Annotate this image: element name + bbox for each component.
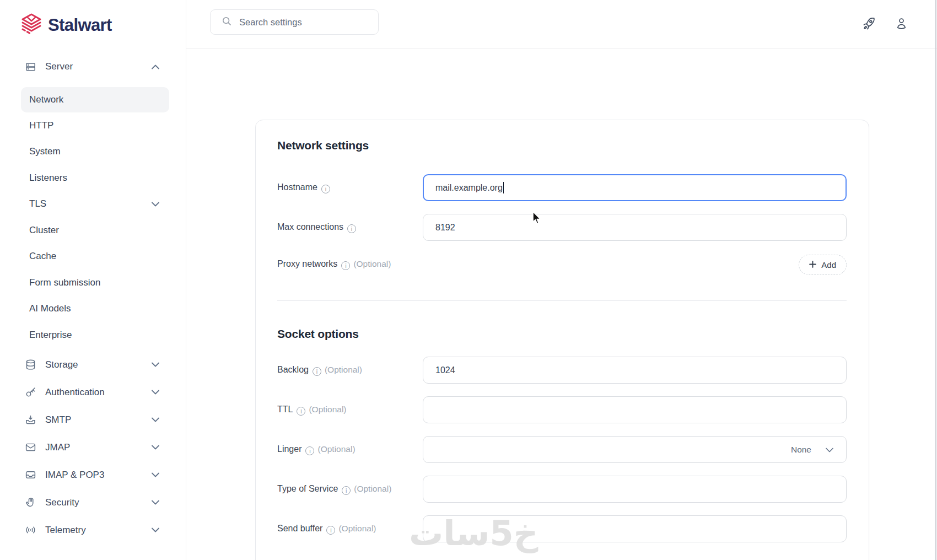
sidebar-item-storage[interactable]: Storage (0, 351, 186, 379)
key-icon (25, 386, 36, 398)
max-connections-label: Max connectionsi (277, 222, 423, 233)
section-title-socket-options: Socket options (277, 327, 847, 341)
sidebar-item-label: JMAP (45, 442, 152, 453)
sidebar-item-label: HTTP (29, 120, 159, 131)
sidebar-item-label: TLS (29, 198, 152, 209)
sidebar-item-http[interactable]: HTTP (0, 112, 186, 139)
chevron-down-icon (152, 362, 159, 367)
info-icon[interactable]: i (342, 486, 351, 495)
info-icon[interactable]: i (347, 224, 356, 233)
sidebar-item-smtp[interactable]: SMTP (0, 406, 186, 434)
proxy-networks-row: Proxy networksi(Optional) Add (277, 254, 847, 276)
sidebar-item-imap-pop3[interactable]: IMAP & POP3 (0, 461, 186, 489)
sidebar-item-tls[interactable]: TLS (0, 191, 186, 218)
max-connections-row: Max connectionsi 8192 (277, 214, 847, 241)
backlog-input[interactable]: 1024 (423, 357, 847, 384)
database-icon (25, 359, 36, 370)
sidebar-item-enterprise[interactable]: Enterprise (0, 322, 186, 348)
send-buffer-input[interactable] (423, 515, 847, 542)
text-caret (503, 182, 504, 193)
sidebar-item-label: Cluster (29, 225, 159, 236)
user-icon (895, 17, 908, 32)
rocket-icon (861, 17, 876, 33)
add-proxy-network-button[interactable]: Add (799, 255, 847, 275)
linger-unit-select[interactable]: None (791, 436, 847, 463)
info-icon[interactable]: i (341, 261, 350, 270)
sidebar: Stalwart Server Network (0, 0, 186, 560)
sidebar-item-form-submission[interactable]: Form submission (0, 270, 186, 296)
sidebar-item-telemetry[interactable]: Telemetry (0, 516, 186, 544)
hand-raised-icon (25, 497, 36, 508)
server-stack-icon (25, 61, 36, 73)
sidebar-item-label: Security (45, 497, 152, 508)
sidebar-item-cache[interactable]: Cache (0, 244, 186, 270)
send-buffer-row: Send bufferi(Optional) (277, 515, 847, 542)
account-button[interactable] (895, 17, 908, 32)
chevron-down-icon (152, 390, 159, 395)
app-window: Stalwart Server Network (0, 0, 937, 560)
inbox-arrow-down-icon (25, 414, 36, 426)
sidebar-item-label: System (29, 146, 159, 157)
type-of-service-label: Type of Servicei(Optional) (277, 484, 423, 495)
chevron-down-icon (826, 445, 833, 455)
sidebar-item-listeners[interactable]: Listeners (0, 165, 186, 191)
proxy-networks-label: Proxy networksi(Optional) (277, 259, 397, 270)
max-connections-input[interactable]: 8192 (423, 214, 847, 241)
sidebar-item-network[interactable]: Network (21, 87, 169, 112)
send-buffer-label: Send bufferi(Optional) (277, 524, 423, 535)
info-icon[interactable]: i (305, 446, 314, 455)
linger-row: Lingeri(Optional) None (277, 436, 847, 463)
brand-name: Stalwart (48, 15, 112, 35)
sidebar-nav: Server Network HTTP System Listeners TLS (0, 53, 186, 544)
type-of-service-row: Type of Servicei(Optional) (277, 476, 847, 503)
chevron-down-icon (152, 202, 159, 207)
sidebar-item-server[interactable]: Server (0, 53, 186, 80)
sidebar-item-ai-models[interactable]: AI Models (0, 296, 186, 322)
hostname-row: Hostnamei mail.example.org (277, 174, 847, 201)
sidebar-item-jmap[interactable]: JMAP (0, 434, 186, 461)
top-bar (186, 0, 937, 49)
search-icon (222, 16, 232, 29)
chevron-down-icon (152, 527, 159, 532)
linger-label: Lingeri(Optional) (277, 444, 423, 455)
settings-search[interactable] (210, 9, 379, 35)
info-icon[interactable]: i (326, 526, 335, 535)
chevron-down-icon (152, 472, 159, 477)
section-divider (277, 300, 847, 301)
brand-logo[interactable]: Stalwart (20, 12, 112, 39)
sidebar-item-authentication[interactable]: Authentication (0, 379, 186, 406)
search-input[interactable] (239, 17, 366, 28)
sidebar-item-label: SMTP (45, 414, 152, 426)
ttl-input[interactable] (423, 396, 847, 423)
plus-icon (809, 260, 816, 270)
ttl-label: TTLi(Optional) (277, 405, 423, 416)
scrollbar-track[interactable] (935, 0, 936, 560)
chevron-up-icon (152, 64, 159, 69)
hostname-input[interactable]: mail.example.org (423, 174, 847, 201)
linger-input[interactable] (423, 436, 847, 463)
type-of-service-input[interactable] (423, 476, 847, 503)
signal-icon (25, 524, 36, 536)
ttl-row: TTLi(Optional) (277, 396, 847, 423)
rocket-button[interactable] (861, 17, 876, 33)
info-icon[interactable]: i (313, 367, 321, 376)
sidebar-item-label: IMAP & POP3 (45, 470, 152, 481)
sidebar-item-label: Server (45, 61, 152, 72)
info-icon[interactable]: i (297, 407, 305, 416)
section-title-network-settings: Network settings (277, 138, 847, 153)
inbox-icon (25, 469, 36, 481)
chevron-down-icon (152, 500, 159, 505)
sidebar-item-security[interactable]: Security (0, 489, 186, 516)
envelope-icon (25, 441, 36, 453)
sidebar-item-label: Authentication (45, 387, 152, 398)
sidebar-item-system[interactable]: System (0, 139, 186, 165)
backlog-label: Backlogi(Optional) (277, 365, 423, 376)
sidebar-item-label: Storage (45, 359, 152, 370)
sidebar-item-label: Telemetry (45, 525, 152, 536)
backlog-row: Backlogi(Optional) 1024 (277, 357, 847, 384)
sidebar-item-cluster[interactable]: Cluster (0, 217, 186, 244)
chevron-down-icon (152, 445, 159, 450)
info-icon[interactable]: i (321, 185, 330, 193)
sidebar-item-label: Enterprise (29, 330, 159, 341)
hostname-label: Hostnamei (277, 182, 423, 193)
